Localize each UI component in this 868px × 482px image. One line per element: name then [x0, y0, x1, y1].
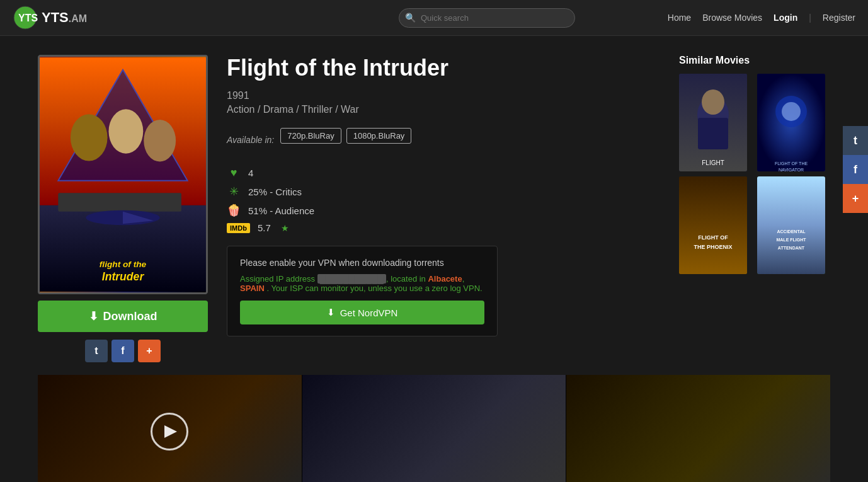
critics-icon: ✳	[227, 185, 241, 198]
svg-text:FLIGHT OF THE: FLIGHT OF THE	[775, 161, 808, 166]
svg-point-17	[702, 89, 724, 115]
poster-column: flight of the Intruder ⬇ Download t f +	[38, 55, 208, 362]
svg-text:ATTENDANT: ATTENDANT	[778, 246, 805, 250]
ratings: ♥ 4 ✳ 25% - Critics 🍿 51% - Audience IMD…	[227, 166, 660, 233]
svg-point-23	[782, 102, 801, 121]
svg-text:THE PHOENIX: THE PHOENIX	[694, 244, 732, 250]
screenshots-section	[38, 375, 830, 482]
nav-browse-movies[interactable]: Browse Movies	[702, 13, 762, 23]
heart-icon: ♥	[227, 166, 241, 180]
vpn-city: Albacete	[428, 274, 462, 284]
svg-text:NAVIGATOR: NAVIGATOR	[779, 168, 804, 171]
svg-text:FLIGHT: FLIGHT	[702, 159, 724, 166]
share-buttons: t f +	[38, 340, 208, 362]
tumblr-share-btn[interactable]: t	[85, 340, 108, 362]
svg-point-10	[109, 109, 144, 153]
movie-section: flight of the Intruder ⬇ Download t f + …	[38, 55, 830, 362]
screenshot-3[interactable]	[566, 375, 830, 482]
svg-rect-6	[58, 193, 181, 211]
svg-text:YTS: YTS	[18, 13, 38, 23]
vpn-ip-value: ███████████	[317, 274, 386, 284]
similar-movies-column: Similar Movies	[679, 55, 830, 274]
similar-movies-title: Similar Movies	[679, 55, 830, 66]
social-sidebar: t f +	[843, 126, 868, 213]
movie-genres: Action / Drama / Thriller / War	[227, 104, 660, 115]
audience-score: 51% - Audience	[248, 205, 314, 216]
rating-like-row: ♥ 4	[227, 166, 660, 180]
similar-movie-4[interactable]: ACCIDENTAL MALE FLIGHT ATTENDANT	[757, 176, 825, 274]
imdb-star-icon: ★	[281, 223, 289, 233]
svg-point-9	[71, 114, 108, 161]
sidebar-tumblr-btn[interactable]: t	[843, 126, 868, 155]
vpn-download-icon: ⬇	[327, 307, 335, 318]
facebook-share-btn[interactable]: f	[111, 340, 134, 362]
vpn-box: Please enable your VPN when downloading …	[227, 246, 498, 336]
imdb-score: 5.7	[258, 222, 271, 233]
svg-text:flight of the: flight of the	[100, 260, 147, 269]
sidebar-facebook-btn[interactable]: f	[843, 155, 868, 184]
movie-poster: flight of the Intruder	[38, 55, 208, 294]
search-icon: 🔍	[405, 13, 416, 23]
search-bar: 🔍	[399, 8, 575, 28]
quality-720p[interactable]: 720p.BluRay	[280, 128, 341, 144]
svg-text:Intruder: Intruder	[102, 270, 145, 283]
screenshot-2[interactable]	[302, 375, 566, 482]
similar-movie-1[interactable]: FLIGHT	[679, 74, 747, 171]
play-button-overlay[interactable]	[151, 413, 188, 450]
movie-info: Flight of the Intruder 1991 Action / Dra…	[227, 55, 660, 336]
vpn-country: SPAIN	[240, 284, 265, 293]
svg-point-11	[144, 120, 176, 161]
quality-badges: 720p.BluRay 1080p.BluRay	[280, 128, 411, 144]
available-in-row: Available in: 720p.BluRay 1080p.BluRay	[227, 128, 660, 156]
movie-year: 1991	[227, 90, 660, 101]
nav-login[interactable]: Login	[774, 13, 797, 23]
svg-text:FLIGHT OF: FLIGHT OF	[698, 234, 728, 241]
more-share-btn[interactable]: +	[138, 340, 161, 362]
svg-text:MALE FLIGHT: MALE FLIGHT	[776, 238, 806, 242]
vpn-location-label: located in	[391, 274, 426, 284]
screenshot-1[interactable]	[38, 375, 302, 482]
like-count: 4	[248, 168, 253, 178]
vpn-ip-label: Assigned IP address	[240, 274, 315, 284]
nav-home[interactable]: Home	[668, 13, 691, 23]
svg-rect-18	[698, 118, 728, 149]
critics-score: 25% - Critics	[248, 186, 302, 197]
similar-movie-3[interactable]: FLIGHT OF THE PHOENIX	[679, 176, 747, 274]
sidebar-more-btn[interactable]: +	[843, 184, 868, 213]
similar-movie-2[interactable]: FLIGHT OF THE NAVIGATOR	[757, 74, 825, 171]
vpn-warning-text: Please enable your VPN when downloading …	[240, 258, 484, 268]
quality-1080p[interactable]: 1080p.BluRay	[346, 128, 412, 144]
svg-rect-26	[679, 176, 747, 274]
main-nav: Home Browse Movies Login | Register	[668, 13, 855, 23]
logo-text: YTS.AM	[42, 9, 87, 26]
get-vpn-button[interactable]: ⬇ Get NordVPN	[240, 301, 484, 324]
audience-icon: 🍿	[227, 204, 241, 217]
nav-divider: |	[809, 13, 811, 23]
logo[interactable]: YTS YTS.AM	[13, 5, 87, 30]
imdb-row: IMDb 5.7 ★	[227, 222, 660, 233]
similar-movies-grid: FLIGHT	[679, 74, 830, 274]
svg-text:ACCIDENTAL: ACCIDENTAL	[777, 229, 806, 234]
search-input[interactable]	[399, 8, 575, 28]
vpn-ip-line: Assigned IP address ███████████, located…	[240, 274, 484, 293]
download-button[interactable]: ⬇ Download	[38, 301, 208, 332]
imdb-badge: IMDb	[227, 223, 250, 233]
available-label: Available in:	[227, 135, 274, 145]
vpn-suffix: . Your ISP can monitor you, unless you u…	[266, 284, 482, 293]
play-triangle-icon	[164, 425, 177, 438]
nav-register[interactable]: Register	[823, 13, 855, 23]
rating-critics-row: ✳ 25% - Critics	[227, 185, 660, 198]
svg-rect-29	[757, 176, 825, 274]
rating-audience-row: 🍿 51% - Audience	[227, 204, 660, 217]
movie-title: Flight of the Intruder	[227, 55, 660, 81]
download-icon: ⬇	[89, 309, 98, 323]
